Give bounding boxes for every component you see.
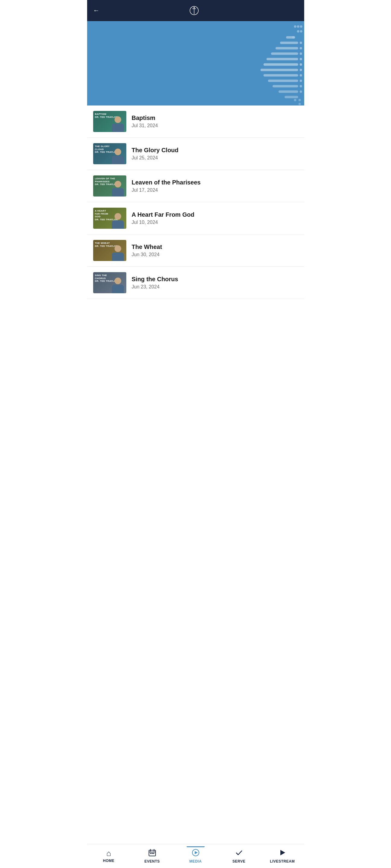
broadcast-thumbnail: THE GLORYCLOUDDR. TED TRAYLOR xyxy=(93,143,126,164)
svg-rect-12 xyxy=(300,41,302,44)
svg-rect-40 xyxy=(152,853,153,854)
nav-label-events: EVENTS xyxy=(144,859,160,864)
broadcast-title: The Wheat xyxy=(132,244,298,250)
livestream-icon xyxy=(278,849,287,858)
svg-marker-44 xyxy=(280,850,285,855)
broadcast-item-leaven[interactable]: LEAVEN OF THEPHARISEESDR. TED TRAYLOR Le… xyxy=(87,170,304,202)
broadcast-date: Jun 30, 2024 xyxy=(132,252,298,257)
svg-point-4 xyxy=(300,25,302,28)
svg-rect-28 xyxy=(300,85,302,87)
svg-rect-27 xyxy=(273,85,298,87)
broadcast-item-heart-far[interactable]: A HEARTFAR FROMGODDR. TED TRAYLOR A Hear… xyxy=(87,202,304,235)
svg-point-32 xyxy=(294,99,296,101)
svg-rect-41 xyxy=(153,853,154,854)
svg-rect-31 xyxy=(284,96,298,98)
broadcast-info: A Heart Far From God Jul 10, 2024 xyxy=(132,211,298,225)
person-figure xyxy=(110,114,126,132)
broadcast-date: Jul 10, 2024 xyxy=(132,220,298,225)
person-figure xyxy=(110,179,126,196)
svg-point-3 xyxy=(193,7,195,8)
nav-label-livestream: LIVESTREAM xyxy=(270,859,295,864)
broadcast-title: A Heart Far From God xyxy=(132,211,298,218)
broadcast-title: Leaven of the Pharisees xyxy=(132,179,298,186)
nav-label-serve: SERVE xyxy=(233,859,245,864)
svg-point-33 xyxy=(298,99,301,101)
broadcast-title: Baptism xyxy=(132,115,298,121)
back-button[interactable]: ← xyxy=(93,7,100,14)
hero-pattern xyxy=(188,21,304,105)
nav-item-serve[interactable]: SERVE xyxy=(217,846,261,866)
header-logo xyxy=(189,6,202,16)
broadcast-item-wheat[interactable]: THE WHEATDR. TED TRAYLOR The Wheat Jun 3… xyxy=(87,235,304,267)
svg-rect-17 xyxy=(267,58,298,60)
svg-rect-11 xyxy=(280,41,298,44)
svg-marker-43 xyxy=(195,851,198,854)
svg-rect-16 xyxy=(300,53,302,55)
broadcast-info: Baptism Jul 31, 2024 xyxy=(132,115,298,128)
svg-rect-20 xyxy=(300,63,302,66)
person-figure xyxy=(110,243,126,261)
hero-banner xyxy=(87,21,304,105)
home-icon: ⌂ xyxy=(107,849,111,857)
svg-rect-15 xyxy=(271,53,298,55)
svg-point-6 xyxy=(294,25,296,28)
broadcast-thumbnail: BAPTISMDR. TED TRAYLOR xyxy=(93,111,126,132)
svg-rect-19 xyxy=(264,63,298,66)
svg-rect-23 xyxy=(264,74,298,76)
bottom-navigation: ⌂ HOME EVENTS MEDIA SERVE LIVESTREAM xyxy=(87,844,304,868)
nav-item-events[interactable]: EVENTS xyxy=(130,846,174,866)
broadcast-item-baptism[interactable]: BAPTISMDR. TED TRAYLOR Baptism Jul 31, 2… xyxy=(87,105,304,138)
broadcast-thumbnail: SING THECHORUSDR. TED TRAYLOR xyxy=(93,272,126,293)
broadcast-date: Jul 31, 2024 xyxy=(132,123,298,128)
svg-rect-21 xyxy=(261,69,298,71)
broadcast-info: Sing the Chorus Jun 23, 2024 xyxy=(132,276,298,290)
broadcast-date: Jul 25, 2024 xyxy=(132,155,298,161)
svg-rect-39 xyxy=(150,853,151,854)
nav-active-indicator xyxy=(187,846,205,847)
person-figure xyxy=(110,275,126,293)
broadcast-list: BAPTISMDR. TED TRAYLOR Baptism Jul 31, 2… xyxy=(87,105,304,323)
nav-label-media: MEDIA xyxy=(189,859,202,864)
svg-rect-22 xyxy=(300,69,302,71)
serve-icon xyxy=(235,849,243,858)
svg-rect-26 xyxy=(300,80,302,82)
svg-rect-24 xyxy=(300,74,302,76)
events-icon xyxy=(148,849,156,858)
nav-label-home: HOME xyxy=(103,859,115,863)
svg-point-7 xyxy=(300,30,302,33)
svg-rect-13 xyxy=(275,47,298,50)
broadcast-thumbnail: THE WHEATDR. TED TRAYLOR xyxy=(93,240,126,261)
church-logo-icon xyxy=(189,6,199,16)
svg-point-8 xyxy=(297,30,299,33)
svg-rect-18 xyxy=(300,58,302,60)
app-header: ← xyxy=(87,0,304,21)
broadcast-thumbnail: A HEARTFAR FROMGODDR. TED TRAYLOR xyxy=(93,208,126,229)
svg-point-34 xyxy=(298,103,301,105)
person-figure xyxy=(110,146,126,164)
svg-rect-29 xyxy=(278,90,298,93)
broadcast-item-sing-chorus[interactable]: SING THECHORUSDR. TED TRAYLOR Sing the C… xyxy=(87,267,304,299)
broadcast-info: Leaven of the Pharisees Jul 17, 2024 xyxy=(132,179,298,193)
svg-rect-30 xyxy=(300,90,302,93)
svg-rect-14 xyxy=(300,47,302,50)
broadcast-item-glory-cloud[interactable]: THE GLORYCLOUDDR. TED TRAYLOR The Glory … xyxy=(87,138,304,170)
svg-rect-10 xyxy=(292,36,295,38)
media-icon xyxy=(192,849,200,858)
decorative-pattern-svg xyxy=(205,21,304,105)
nav-item-media[interactable]: MEDIA xyxy=(174,846,217,866)
broadcast-title: Sing the Chorus xyxy=(132,276,298,283)
broadcast-thumbnail: LEAVEN OF THEPHARISEESDR. TED TRAYLOR xyxy=(93,176,126,196)
broadcast-info: The Wheat Jun 30, 2024 xyxy=(132,244,298,257)
broadcast-info: The Glory Cloud Jul 25, 2024 xyxy=(132,147,298,161)
nav-item-home[interactable]: ⌂ HOME xyxy=(87,847,130,865)
svg-rect-25 xyxy=(268,80,298,82)
nav-item-livestream[interactable]: LIVESTREAM xyxy=(261,846,304,866)
svg-point-5 xyxy=(297,25,299,28)
broadcast-date: Jul 17, 2024 xyxy=(132,187,298,193)
broadcast-title: The Glory Cloud xyxy=(132,147,298,154)
person-figure xyxy=(110,211,126,229)
broadcast-date: Jun 23, 2024 xyxy=(132,284,298,290)
